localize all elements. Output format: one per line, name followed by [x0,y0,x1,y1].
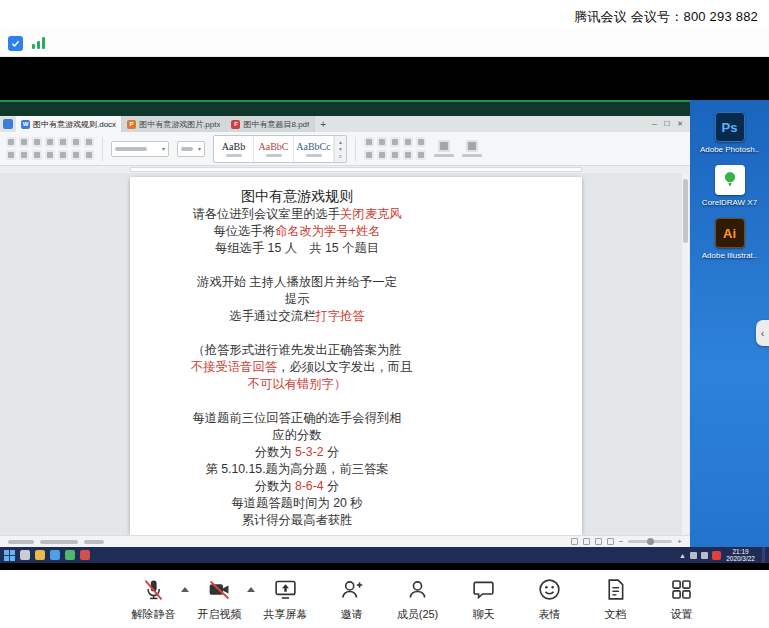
emoji-button[interactable]: 表情 [524,577,576,622]
invite-button[interactable]: 邀请 [326,577,378,622]
page-info-placeholder [8,540,34,544]
desktop-icon-illustrator[interactable]: Ai Adobe Illustrat.. [696,218,764,260]
ribbon-tool-icon[interactable] [403,150,413,160]
ribbon-tool-icon[interactable] [390,150,400,160]
doc-icon [603,577,628,606]
minimize-icon[interactable]: ─ [652,121,657,128]
document-line: 每位选手将命名改为学号+姓名 [191,223,403,240]
ribbon-tool-icon[interactable] [32,137,42,147]
document-page[interactable]: 图中有意游戏规则请各位进到会议室里的选手关闭麦克风每位选手将命名改为学号+姓名每… [130,177,582,535]
document-tab-questions[interactable]: F 图中有意题目8.pdf [226,116,315,132]
ribbon-tool-icon[interactable] [58,150,68,160]
ribbon-tool-icon[interactable] [19,137,29,147]
share-screen-button[interactable]: 共享屏幕 [260,577,312,622]
ribbon-tool-icon[interactable] [377,150,387,160]
desktop-icon-coreldraw[interactable]: CorelDRAW X7 [696,165,764,207]
style-heading1[interactable]: AaBbC [254,136,294,162]
taskbar-folder-icon[interactable] [35,550,45,560]
meeting-control-bar: 解除静音 开启视频 共享屏幕 邀请 成员(25) [0,570,769,628]
ribbon-tool-icon[interactable] [390,137,400,147]
taskbar-clock[interactable]: 21:19 2020/3/22 [726,548,755,562]
window-controls: ─ ☐ ✕ [645,116,690,132]
document-tab-pictures[interactable]: P 图中有意游戏图片.pptx [122,116,226,132]
ribbon-tool-icon[interactable] [58,137,68,147]
style-gallery-arrows[interactable]: ▲▼≡ [334,136,346,162]
video-options-caret[interactable] [247,587,255,592]
font-name-select[interactable]: ▾ [111,141,169,157]
body-text: （抢答形式进行谁先发出正确答案为胜 [192,343,401,357]
close-icon[interactable]: ✕ [677,120,683,128]
settings-button[interactable]: 设置 [656,577,708,622]
system-tray: ▲ 21:19 2020/3/22 [679,547,765,563]
wps-status-bar: − + [0,535,690,547]
desktop-icon-photoshop[interactable]: Ps Adobe Photosh.. [696,112,764,154]
font-size-select[interactable]: ▾ [177,141,205,157]
ribbon-tool-icon[interactable] [45,137,55,147]
ribbon-tool-icon[interactable] [416,150,426,160]
ribbon-tool-icon[interactable] [364,137,374,147]
show-desktop-button[interactable] [762,547,765,563]
view-mode-icon[interactable] [607,538,614,545]
zoom-in-icon[interactable]: + [677,538,682,546]
meeting-shield-icon[interactable] [8,36,23,51]
ribbon-tool-icon[interactable] [71,137,81,147]
scrollbar-thumb[interactable] [683,179,688,243]
signal-bars-icon[interactable] [32,37,45,49]
ribbon-tool-icon[interactable] [84,150,94,160]
ribbon-select-tool[interactable] [462,140,482,157]
vertical-scrollbar[interactable] [682,173,689,535]
ribbon-tool-icon[interactable] [71,150,81,160]
ribbon-tool-icon[interactable] [6,137,16,147]
sidebar-expand-handle[interactable]: ‹ [756,320,769,346]
unmute-button[interactable]: 解除静音 [128,577,180,622]
highlighted-text: 命名改为学号+姓名 [275,224,381,238]
horizontal-ruler [0,166,690,173]
ribbon-find-replace[interactable] [434,140,454,157]
highlighted-text: 5-3-2 [295,445,324,459]
ribbon-tool-icon[interactable] [45,150,55,160]
ribbon-tool-icon[interactable] [6,150,16,160]
start-button[interactable] [4,550,15,561]
ribbon-tool-icon[interactable] [32,150,42,160]
ribbon-tool-icon[interactable] [403,137,413,147]
taskbar-app-icon[interactable] [65,550,75,560]
ribbon-tool-icon[interactable] [364,150,374,160]
document-line: 应的分数 [191,427,403,444]
chat-button[interactable]: 聊天 [458,577,510,622]
view-mode-icon[interactable] [571,538,578,545]
tray-icon[interactable] [701,552,708,559]
style-normal[interactable]: AaBb [214,136,254,162]
share-screen-icon [273,577,298,606]
ribbon-tool-icon[interactable] [416,137,426,147]
style-heading2[interactable]: AaBbCc [294,136,334,162]
docs-button[interactable]: 文档 [590,577,642,622]
shared-screen-stage: Ps Adobe Photosh.. CorelDRAW X7 Ai Adobe… [0,57,769,570]
mic-options-caret[interactable] [181,587,189,592]
new-tab-button[interactable]: + [315,116,331,132]
start-video-button[interactable]: 开启视频 [194,577,246,622]
wps-home-icon[interactable] [0,116,16,132]
body-text: 分数为 [255,479,295,493]
zoom-slider-knob[interactable] [647,538,654,545]
ribbon-tool-icon[interactable] [377,137,387,147]
tab-label: 图中有意游戏规则.docx [33,119,116,130]
maximize-icon[interactable]: ☐ [664,120,670,128]
document-line: 每道题前三位回答正确的选手会得到相 [191,410,403,427]
taskbar-app-icon[interactable] [20,550,30,560]
taskbar-app-icon[interactable] [50,550,60,560]
zoom-out-icon[interactable]: − [619,538,624,546]
members-button[interactable]: 成员(25) [392,577,444,622]
zoom-slider[interactable] [628,540,672,543]
ribbon-tool-icon[interactable] [84,137,94,147]
taskbar-app-icon[interactable] [80,550,90,560]
view-mode-icon[interactable] [583,538,590,545]
view-mode-icon[interactable] [595,538,602,545]
clock-date: 2020/3/22 [726,555,755,562]
document-tab-rules[interactable]: W 图中有意游戏规则.docx [16,116,122,132]
tray-expand-icon[interactable]: ▲ [679,552,686,559]
ribbon-tool-icon[interactable] [19,150,29,160]
document-line: 不接受语音回答，必须以文字发出，而且 [191,359,403,376]
document-canvas[interactable]: 图中有意游戏规则请各位进到会议室里的选手关闭麦克风每位选手将命名改为学号+姓名每… [0,173,690,535]
tray-icon[interactable] [690,552,697,559]
tray-notification-icon[interactable] [712,551,721,560]
